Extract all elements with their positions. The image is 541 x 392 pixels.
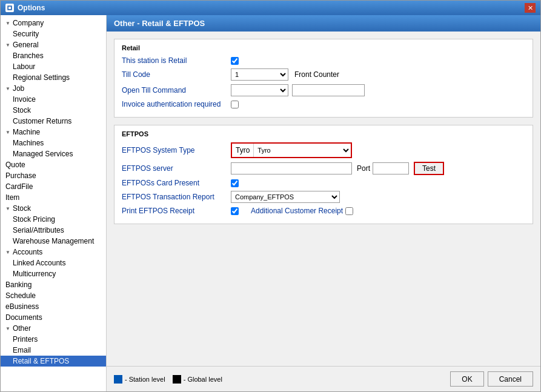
sidebar-item-item[interactable]: Item — [1, 192, 106, 203]
open-till-select[interactable] — [231, 84, 288, 96]
expand-icon-accounts — [5, 250, 10, 255]
bottom-bar: - Station level - Global level OK Cancel — [107, 366, 540, 391]
eftpos-section: EFTPOS EFTPOS System Type Tyro Tyro Othe… — [114, 125, 533, 224]
expand-icon-general — [5, 42, 10, 48]
eftpos-section-title: EFTPOS — [122, 130, 525, 138]
expand-icon-job — [5, 86, 10, 91]
sidebar-item-machines[interactable]: Machines — [1, 138, 106, 148]
port-label: Port — [357, 164, 370, 173]
sidebar-item-company[interactable]: Company — [1, 18, 106, 28]
invoice-auth-label: Invoice authentication required — [122, 100, 231, 108]
print-receipt-checkbox[interactable] — [231, 207, 239, 215]
bottom-buttons: OK Cancel — [450, 371, 533, 387]
till-code-row: Till Code 1 2 3 Front Counter — [122, 68, 525, 81]
sidebar-item-cardfile[interactable]: CardFile — [1, 181, 106, 192]
sidebar-item-documents[interactable]: Documents — [1, 312, 106, 323]
retail-section-title: Retail — [122, 44, 525, 51]
sidebar-item-accounts[interactable]: Accounts — [1, 247, 106, 257]
options-window: Options ✕ Company Security General Branc… — [0, 0, 541, 392]
eftpos-server-input[interactable] — [231, 162, 352, 174]
invoice-auth-row: Invoice authentication required — [122, 100, 525, 108]
system-type-row: EFTPOS System Type Tyro Tyro Other — [122, 142, 525, 158]
main-panel: Other - Retail & EFTPOS Retail This stat… — [107, 15, 540, 391]
invoice-auth-checkbox[interactable] — [231, 101, 239, 108]
sidebar-item-stock-pricing[interactable]: Stock Pricing — [1, 214, 106, 225]
additional-receipt-label: Additional Customer Receipt — [251, 207, 343, 215]
expand-icon-company — [5, 21, 10, 26]
main-content: Company Security General Branches Labour… — [1, 15, 540, 391]
legend: - Station level - Global level — [114, 375, 222, 384]
open-till-control — [231, 84, 365, 96]
sidebar-item-managed-services[interactable]: Managed Services — [1, 148, 106, 159]
test-button[interactable]: Test — [414, 162, 444, 175]
sidebar-item-serial-attributes[interactable]: Serial/Attributes — [1, 225, 106, 236]
system-type-prefix: Tyro — [232, 144, 254, 157]
sidebar-item-regional-settings[interactable]: Regional Settings — [1, 72, 106, 83]
open-till-label: Open Till Command — [122, 86, 231, 95]
global-level-label: - Global level — [184, 376, 222, 383]
app-icon — [5, 4, 14, 12]
sidebar-item-other[interactable]: Other — [1, 323, 106, 334]
sidebar-item-labour[interactable]: Labour — [1, 61, 106, 72]
sidebar-item-purchase[interactable]: Purchase — [1, 170, 106, 181]
this-station-checkbox[interactable] — [231, 57, 239, 65]
sidebar-item-warehouse-management[interactable]: Warehouse Management — [1, 236, 106, 247]
print-receipt-row: Print EFTPOS Receipt Additional Customer… — [122, 207, 525, 215]
sidebar-item-schedule[interactable]: Schedule — [1, 290, 106, 301]
additional-receipt-checkbox[interactable] — [345, 207, 353, 215]
sidebar-item-stock-job[interactable]: Stock — [1, 105, 106, 116]
sidebar-item-banking[interactable]: Banking — [1, 279, 106, 290]
title-bar: Options ✕ — [1, 1, 540, 15]
panel-body: Retail This station is Retail Till Code … — [107, 32, 540, 366]
sidebar-item-stock[interactable]: Stock — [1, 203, 106, 214]
sidebar-item-multicurrency[interactable]: Multicurrency — [1, 268, 106, 279]
sidebar-item-quote[interactable]: Quote — [1, 159, 106, 170]
sidebar-item-ebusiness[interactable]: eBusiness — [1, 301, 106, 312]
sidebar-item-printers[interactable]: Printers — [1, 334, 106, 345]
transaction-report-label: EFTPOS Transaction Report — [122, 193, 231, 201]
cancel-button[interactable]: Cancel — [488, 371, 533, 387]
card-present-checkbox[interactable] — [231, 179, 239, 187]
sidebar-item-machine[interactable]: Machine — [1, 127, 106, 138]
card-present-label: EFTPOSs Card Present — [122, 179, 231, 187]
ok-button[interactable]: OK — [450, 371, 483, 387]
front-counter-label: Front Counter — [294, 70, 339, 79]
till-code-select[interactable]: 1 2 3 — [231, 68, 288, 81]
this-station-row: This station is Retail — [122, 56, 525, 65]
station-level-label: - Station level — [125, 376, 165, 383]
sidebar-item-job[interactable]: Job — [1, 83, 106, 94]
sidebar-item-email[interactable]: Email — [1, 345, 106, 356]
sidebar: Company Security General Branches Labour… — [1, 15, 107, 391]
open-till-text-input[interactable] — [292, 84, 365, 96]
window-title: Options — [18, 4, 45, 12]
panel-header: Other - Retail & EFTPOS — [107, 15, 540, 32]
eftpos-server-label: EFTPOS server — [122, 164, 231, 173]
expand-icon-stock — [5, 206, 10, 211]
system-type-select[interactable]: Tyro Other — [254, 144, 351, 157]
sidebar-item-linked-accounts[interactable]: Linked Accounts — [1, 257, 106, 268]
close-button[interactable]: ✕ — [525, 3, 536, 13]
port-input[interactable] — [373, 162, 409, 174]
svg-rect-1 — [8, 7, 11, 9]
station-level-color-box — [114, 375, 122, 384]
sidebar-item-invoice[interactable]: Invoice — [1, 94, 106, 105]
sidebar-item-branches[interactable]: Branches — [1, 50, 106, 61]
expand-icon-other — [5, 326, 10, 331]
eftpos-server-row: EFTPOS server Port Test — [122, 162, 525, 175]
print-receipt-label: Print EFTPOS Receipt — [122, 207, 231, 215]
this-station-control — [231, 57, 239, 65]
global-level-legend: - Global level — [173, 375, 222, 384]
system-type-wrapper: Tyro Tyro Other — [231, 142, 352, 158]
retail-section: Retail This station is Retail Till Code … — [114, 39, 533, 118]
till-code-control: 1 2 3 Front Counter — [231, 68, 339, 81]
invoice-auth-control — [231, 101, 239, 108]
transaction-report-select[interactable]: Company_EFTPOS Station_EFTPOS — [231, 191, 340, 203]
sidebar-item-general[interactable]: General — [1, 39, 106, 50]
station-level-legend: - Station level — [114, 375, 165, 384]
sidebar-item-security[interactable]: Security — [1, 28, 106, 39]
system-type-label: EFTPOS System Type — [122, 146, 231, 154]
this-station-label: This station is Retail — [122, 56, 231, 65]
sidebar-item-retail-eftpos[interactable]: Retail & EFTPOS — [1, 356, 106, 367]
sidebar-item-customer-returns[interactable]: Customer Returns — [1, 116, 106, 127]
transaction-report-row: EFTPOS Transaction Report Company_EFTPOS… — [122, 191, 525, 203]
